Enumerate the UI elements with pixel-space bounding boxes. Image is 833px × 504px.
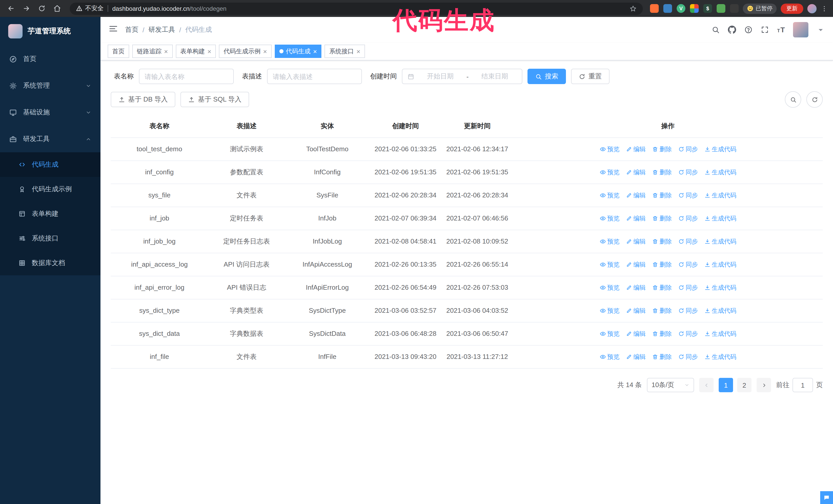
import-sql-button[interactable]: 基于 SQL 导入 xyxy=(181,92,249,107)
colorful-grid-extension-icon[interactable] xyxy=(690,4,699,13)
action-delete[interactable]: 删除 xyxy=(652,190,672,200)
action-sync[interactable]: 同步 xyxy=(678,259,698,270)
breadcrumb-home[interactable]: 首页 xyxy=(125,25,138,34)
action-generate-code[interactable]: 生成代码 xyxy=(704,329,736,339)
help-icon[interactable] xyxy=(744,26,753,34)
tab-close-icon[interactable]: × xyxy=(207,48,211,55)
action-edit[interactable]: 编辑 xyxy=(626,144,646,154)
search-button[interactable]: 搜索 xyxy=(527,69,566,84)
table-name-input[interactable] xyxy=(139,69,234,84)
action-preview[interactable]: 预览 xyxy=(599,259,619,270)
action-preview[interactable]: 预览 xyxy=(599,329,619,339)
paused-badge[interactable]: 已暂停 xyxy=(743,3,777,14)
sidebar-item-system-management[interactable]: 系统管理 xyxy=(0,72,100,99)
back-button[interactable] xyxy=(5,3,17,14)
terminal-extension-icon[interactable]: $ xyxy=(703,4,712,13)
table-desc-input[interactable] xyxy=(267,69,362,84)
browser-profile-avatar[interactable] xyxy=(807,4,816,13)
search-icon[interactable] xyxy=(712,26,720,34)
chrome-update-button[interactable]: 更新 xyxy=(781,3,803,14)
tab-trace[interactable]: 链路追踪× xyxy=(132,45,172,58)
sidebar-item-infrastructure[interactable]: 基础设施 xyxy=(0,99,100,126)
sidebar-sub-item-codegen[interactable]: 代码生成 xyxy=(0,152,100,177)
action-edit[interactable]: 编辑 xyxy=(626,283,646,293)
tab-codegen[interactable]: 代码生成× xyxy=(275,45,322,58)
action-generate-code[interactable]: 生成代码 xyxy=(704,190,736,200)
vue-devtools-icon[interactable]: V xyxy=(677,4,685,13)
action-sync[interactable]: 同步 xyxy=(678,167,698,177)
action-preview[interactable]: 预览 xyxy=(599,213,619,223)
action-sync[interactable]: 同步 xyxy=(678,236,698,247)
action-generate-code[interactable]: 生成代码 xyxy=(704,306,736,316)
action-generate-code[interactable]: 生成代码 xyxy=(704,283,736,293)
action-sync[interactable]: 同步 xyxy=(678,213,698,223)
home-button[interactable] xyxy=(51,3,63,14)
action-edit[interactable]: 编辑 xyxy=(626,259,646,270)
github-icon[interactable] xyxy=(728,26,736,34)
action-preview[interactable]: 预览 xyxy=(599,283,619,293)
goto-page-input[interactable] xyxy=(792,378,813,392)
breadcrumb-devtools[interactable]: 研发工具 xyxy=(148,25,175,34)
green-extension-icon[interactable] xyxy=(717,4,725,13)
browser-menu-icon[interactable] xyxy=(821,5,828,12)
refresh-table-button[interactable] xyxy=(806,91,823,108)
sidebar-sub-item-form-builder[interactable]: 表单构建 xyxy=(0,201,100,226)
action-preview[interactable]: 预览 xyxy=(599,190,619,200)
security-chip[interactable]: 不安全 xyxy=(76,4,103,13)
action-delete[interactable]: 删除 xyxy=(652,144,672,154)
action-delete[interactable]: 删除 xyxy=(652,329,672,339)
sidebar-sub-item-db-doc[interactable]: 数据库文档 xyxy=(0,251,100,275)
tab-form-builder[interactable]: 表单构建× xyxy=(175,45,216,58)
bookmark-star-icon[interactable] xyxy=(629,5,637,12)
action-generate-code[interactable]: 生成代码 xyxy=(704,144,736,154)
dark-knot-extension-icon[interactable] xyxy=(730,4,739,13)
action-generate-code[interactable]: 生成代码 xyxy=(704,213,736,223)
orange-extension-icon[interactable] xyxy=(650,4,659,13)
action-edit[interactable]: 编辑 xyxy=(626,306,646,316)
sidebar-item-dev-tools[interactable]: 研发工具 xyxy=(0,126,100,152)
sidebar-toggle-button[interactable] xyxy=(109,24,118,35)
avatar-caret-icon[interactable] xyxy=(816,26,825,34)
font-size-icon[interactable]: TT xyxy=(777,26,785,34)
action-delete[interactable]: 删除 xyxy=(652,306,672,316)
forward-button[interactable] xyxy=(21,3,32,14)
toggle-search-button[interactable] xyxy=(785,91,801,108)
action-generate-code[interactable]: 生成代码 xyxy=(704,352,736,362)
action-sync[interactable]: 同步 xyxy=(678,306,698,316)
reset-button[interactable]: 重置 xyxy=(571,69,610,84)
action-sync[interactable]: 同步 xyxy=(678,329,698,339)
action-preview[interactable]: 预览 xyxy=(599,144,619,154)
next-page-button[interactable] xyxy=(757,378,771,392)
action-delete[interactable]: 删除 xyxy=(652,167,672,177)
action-generate-code[interactable]: 生成代码 xyxy=(704,236,736,247)
import-db-button[interactable]: 基于 DB 导入 xyxy=(111,92,175,107)
action-edit[interactable]: 编辑 xyxy=(626,352,646,362)
action-edit[interactable]: 编辑 xyxy=(626,190,646,200)
page-size-select[interactable]: 10条/页 xyxy=(647,378,694,392)
action-edit[interactable]: 编辑 xyxy=(626,213,646,223)
action-preview[interactable]: 预览 xyxy=(599,306,619,316)
action-edit[interactable]: 编辑 xyxy=(626,329,646,339)
action-delete[interactable]: 删除 xyxy=(652,213,672,223)
action-edit[interactable]: 编辑 xyxy=(626,167,646,177)
action-sync[interactable]: 同步 xyxy=(678,190,698,200)
tab-close-icon[interactable]: × xyxy=(164,48,168,55)
action-sync[interactable]: 同步 xyxy=(678,352,698,362)
action-delete[interactable]: 删除 xyxy=(652,283,672,293)
reload-button[interactable] xyxy=(36,3,47,14)
tab-close-icon[interactable]: × xyxy=(313,48,317,55)
blue-drop-extension-icon[interactable] xyxy=(663,4,672,13)
tab-close-icon[interactable]: × xyxy=(263,48,267,55)
floating-widget[interactable] xyxy=(820,491,833,504)
address-bar[interactable]: 不安全 dashboard.yudao.iocoder.cn/tool/code… xyxy=(70,2,643,15)
tab-close-icon[interactable]: × xyxy=(357,48,360,55)
tab-home[interactable]: 首页 xyxy=(108,45,129,58)
prev-page-button[interactable] xyxy=(699,378,714,392)
page-button-2[interactable]: 2 xyxy=(737,378,752,392)
action-delete[interactable]: 删除 xyxy=(652,236,672,247)
action-delete[interactable]: 删除 xyxy=(652,259,672,270)
sidebar-item-home[interactable]: 首页 xyxy=(0,46,100,72)
tab-system-api[interactable]: 系统接口× xyxy=(325,45,365,58)
action-sync[interactable]: 同步 xyxy=(678,283,698,293)
app-logo[interactable]: 芋道管理系统 xyxy=(0,17,100,46)
